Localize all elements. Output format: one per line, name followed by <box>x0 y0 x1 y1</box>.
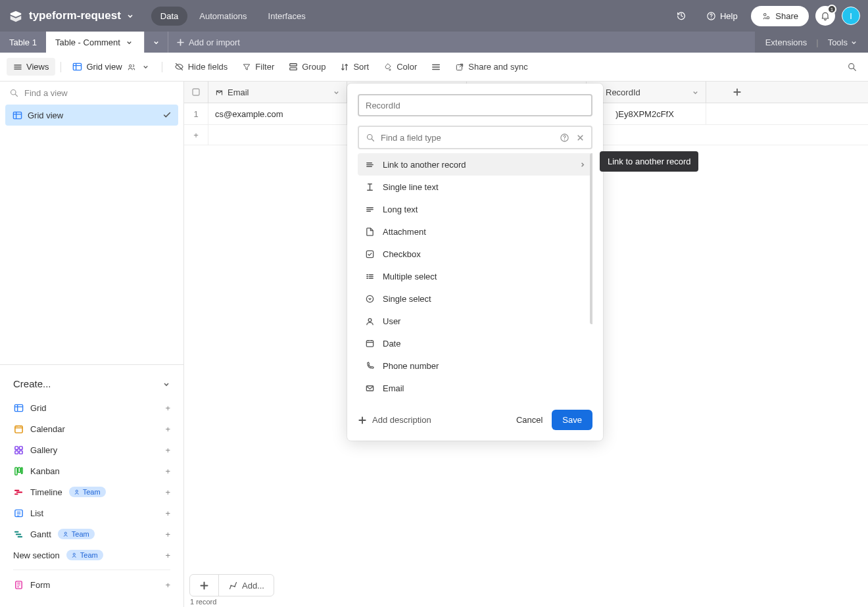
gallery-icon <box>13 445 24 455</box>
create-label: Create... <box>13 378 51 389</box>
svg-rect-18 <box>18 467 20 472</box>
plus-icon: + <box>165 508 170 518</box>
create-gallery[interactable]: Gallery+ <box>0 439 183 460</box>
field-config-popover: Link to another record Single line text … <box>347 84 603 441</box>
nav-automations[interactable]: Automations <box>190 7 256 26</box>
filter-button[interactable]: Filter <box>235 58 281 76</box>
notifications-button[interactable]: 1 <box>815 6 835 26</box>
tools-button[interactable]: Tools <box>828 37 857 47</box>
help-icon[interactable] <box>560 133 569 143</box>
create-kanban[interactable]: Kanban+ <box>0 460 183 481</box>
field-type-search[interactable] <box>358 126 592 149</box>
ft-long-text[interactable]: Long text <box>358 198 592 220</box>
svg-rect-16 <box>19 450 22 454</box>
view-toolbar: Views Grid view Hide fields Filter Group… <box>0 53 868 82</box>
avatar[interactable]: I <box>842 7 860 25</box>
date-icon <box>364 338 375 349</box>
share-label: Share <box>775 11 798 21</box>
col-recordid[interactable]: RecordId <box>587 82 706 103</box>
tables-dropdown[interactable] <box>144 32 168 53</box>
add-import-button[interactable]: Add or import <box>168 32 248 53</box>
create-form[interactable]: Form+ <box>0 574 183 595</box>
ft-link-record[interactable]: Link to another record <box>358 153 592 176</box>
notif-badge: 1 <box>827 5 836 14</box>
add-menu-button[interactable]: Add... <box>219 581 274 591</box>
ft-single-line[interactable]: Single line text <box>358 176 592 198</box>
create-grid[interactable]: Grid+ <box>0 397 183 418</box>
svg-point-28 <box>234 585 235 587</box>
svg-point-8 <box>849 63 854 68</box>
plus-icon: + <box>165 529 170 539</box>
ft-checkbox[interactable]: Checkbox <box>358 243 592 265</box>
svg-point-9 <box>11 90 16 95</box>
add-description-button[interactable]: Add description <box>358 415 431 425</box>
row-number[interactable]: 1 <box>184 103 208 124</box>
find-view-input[interactable]: Find a view <box>0 82 183 105</box>
extensions-button[interactable]: Extensions <box>765 37 808 47</box>
sidebar-view-grid[interactable]: Grid view <box>5 105 178 126</box>
grid-area: Email Comment Date RecordId 1 cs@example… <box>184 82 868 607</box>
add-record-button[interactable] <box>190 575 219 596</box>
search-input[interactable] <box>381 133 554 143</box>
help-button[interactable]: Help <box>700 7 744 25</box>
people-icon <box>126 62 137 72</box>
share-button[interactable]: Share <box>751 6 809 26</box>
ft-attachment[interactable]: Attachment <box>358 220 592 243</box>
chevron-down-icon[interactable] <box>141 62 151 72</box>
color-button[interactable]: Color <box>377 58 423 76</box>
table-tab-1[interactable]: Table 1 <box>0 32 46 53</box>
plus-icon: + <box>165 550 170 560</box>
base-name[interactable]: typeform-request <box>29 9 135 22</box>
scrollbar-thumb[interactable] <box>590 153 592 324</box>
create-list[interactable]: List+ <box>0 502 183 523</box>
ft-url[interactable]: URL <box>358 399 592 401</box>
field-name-input[interactable] <box>358 94 592 116</box>
ft-multiselect[interactable]: Multiple select <box>358 265 592 287</box>
gantt-icon <box>13 529 24 539</box>
share-sync-button[interactable]: Share and sync <box>448 58 534 76</box>
svg-point-33 <box>368 318 372 322</box>
footer-add-bar: Add... <box>189 574 274 596</box>
ft-user[interactable]: User <box>358 310 592 332</box>
close-icon[interactable] <box>576 134 585 142</box>
chevron-down-icon[interactable] <box>333 89 340 96</box>
table-tab-comment[interactable]: Table - Comment <box>46 32 144 53</box>
create-timeline[interactable]: TimelineTeam+ <box>0 481 183 502</box>
cancel-button[interactable]: Cancel <box>516 415 542 425</box>
create-calendar[interactable]: Calendar+ <box>0 418 183 439</box>
chevron-down-icon[interactable] <box>124 37 135 47</box>
save-button[interactable]: Save <box>552 410 592 430</box>
plus-icon: + <box>165 424 170 434</box>
create-gantt[interactable]: GanttTeam+ <box>0 523 183 545</box>
current-view-chip[interactable]: Grid view <box>66 58 156 76</box>
cell-recordid[interactable]: )Ey8XPM2cFfX <box>587 103 706 124</box>
row-height-button[interactable] <box>425 59 447 76</box>
add-column-button[interactable] <box>706 82 768 103</box>
select-all-checkbox[interactable] <box>184 82 208 103</box>
ft-phone[interactable]: Phone number <box>358 354 592 377</box>
search-button[interactable] <box>843 58 861 76</box>
team-badge: Team <box>69 487 106 497</box>
create-header[interactable]: Create... <box>0 370 183 397</box>
cell-email[interactable]: cs@example.com <box>208 103 347 124</box>
svg-rect-15 <box>14 450 18 454</box>
nav-data[interactable]: Data <box>151 7 187 26</box>
list-icon <box>13 508 24 518</box>
grid-icon <box>72 62 82 72</box>
chevron-down-icon[interactable] <box>692 89 699 96</box>
col-email[interactable]: Email <box>208 82 347 103</box>
ft-date[interactable]: Date <box>358 332 592 354</box>
grid-icon <box>13 402 24 413</box>
hide-fields-button[interactable]: Hide fields <box>168 58 235 76</box>
history-button[interactable] <box>669 7 693 25</box>
create-new-section[interactable]: New sectionTeam+ <box>0 545 183 566</box>
views-toggle[interactable]: Views <box>7 58 55 76</box>
ft-singleselect[interactable]: Single select <box>358 287 592 310</box>
nav-interfaces[interactable]: Interfaces <box>259 7 315 26</box>
timeline-icon <box>13 487 24 497</box>
group-button[interactable]: Group <box>282 58 332 76</box>
svg-point-27 <box>230 585 231 586</box>
ft-email[interactable]: Email <box>358 377 592 399</box>
sort-button[interactable]: Sort <box>333 58 375 76</box>
svg-rect-19 <box>21 467 22 473</box>
